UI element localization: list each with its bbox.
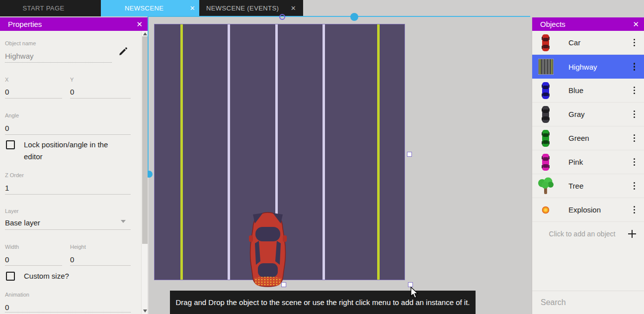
mouse-cursor [410, 287, 419, 299]
car-mirror [249, 235, 253, 242]
tab-newscene[interactable]: NEWSCENE ✕ [101, 0, 199, 16]
width-field[interactable]: 0 [5, 255, 9, 264]
x-field[interactable]: 0 [5, 88, 9, 96]
plus-icon[interactable] [627, 229, 637, 239]
object-menu-button[interactable] [631, 85, 639, 97]
add-object-row[interactable]: Click to add an object [532, 222, 644, 246]
field-underline [70, 98, 131, 99]
edit-pencil-icon[interactable] [118, 46, 128, 56]
object-name-label: Object name [5, 40, 36, 46]
scroll-up-icon[interactable] [143, 32, 147, 35]
field-underline [5, 98, 62, 99]
object-row-gray[interactable]: Gray [532, 103, 644, 126]
object-menu-button[interactable] [631, 108, 639, 120]
scroll-down-icon[interactable] [143, 310, 147, 313]
field-underline [5, 229, 131, 230]
road-lane-line [228, 24, 230, 280]
scene-editor-app: START PAGE NEWSCENE ✕ NEWSCENE (EVENTS) … [0, 0, 644, 314]
close-tab-icon[interactable]: ✕ [291, 4, 296, 12]
green-car-icon [537, 129, 554, 148]
object-label: Blue [568, 86, 583, 95]
road-lane-line [322, 24, 325, 280]
scene-canvas[interactable]: Drag and Drop the object to the scene or… [148, 17, 532, 314]
field-underline [5, 194, 131, 195]
window-border-top [148, 16, 530, 17]
lock-position-label: Lock position/angle in the editor [24, 139, 123, 163]
object-menu-button[interactable] [631, 204, 639, 216]
object-menu-button[interactable] [631, 61, 639, 73]
resize-handle-bottom[interactable] [281, 282, 286, 287]
object-row-pink[interactable]: Pink [532, 150, 644, 174]
objects-panel-header: Objects ✕ [532, 17, 644, 31]
object-label: Green [568, 134, 589, 142]
blue-car-icon [537, 81, 554, 100]
height-field[interactable]: 0 [70, 255, 74, 264]
properties-panel-header: Properties ✕ [0, 17, 148, 31]
add-object-label: Click to add an object [537, 230, 627, 238]
object-menu-button[interactable] [631, 180, 639, 192]
drag-drop-tooltip: Drag and Drop the object to the scene or… [170, 291, 476, 314]
car-instance[interactable] [249, 211, 287, 287]
search-input[interactable] [541, 298, 644, 307]
rotation-handle[interactable] [279, 14, 285, 20]
layer-select[interactable]: Base layer [5, 218, 40, 227]
red-car-icon [537, 33, 554, 52]
tab-label: NEWSCENE (EVENTS) [206, 4, 279, 12]
road-lane-line [180, 24, 183, 280]
y-field[interactable]: 0 [70, 88, 74, 96]
object-row-explosion[interactable]: Explosion [532, 198, 644, 222]
angle-field[interactable]: 0 [5, 124, 9, 132]
tab-label: START PAGE [23, 4, 65, 12]
height-label: Height [70, 244, 86, 250]
properties-panel: Properties ✕ Object name Highway X Y 0 0… [0, 17, 148, 314]
layer-label: Layer [5, 208, 19, 214]
highway-icon [537, 59, 554, 75]
object-label: Tree [568, 182, 583, 190]
width-label: Width [5, 244, 19, 250]
object-label: Pink [568, 158, 583, 166]
object-row-highway[interactable]: Highway [532, 55, 644, 79]
object-menu-button[interactable] [631, 132, 639, 144]
close-icon[interactable]: ✕ [136, 20, 143, 28]
tab-newscene-events[interactable]: NEWSCENE (EVENTS) ✕ [199, 0, 301, 16]
field-underline [5, 265, 62, 266]
animation-label: Animation [5, 292, 29, 298]
tab-label: NEWSCENE [125, 4, 163, 12]
field-underline [5, 62, 112, 63]
road-lane-line [377, 24, 380, 280]
resize-handle-right[interactable] [407, 152, 412, 157]
object-menu-button[interactable] [631, 156, 639, 168]
field-underline [70, 265, 131, 266]
properties-scrollbar[interactable] [141, 31, 148, 314]
lock-position-checkbox[interactable] [6, 140, 15, 149]
z-order-label: Z Order [5, 172, 24, 178]
chevron-down-icon[interactable] [121, 220, 126, 223]
z-order-field[interactable]: 1 [5, 184, 9, 192]
tab-bar: START PAGE NEWSCENE ✕ NEWSCENE (EVENTS) … [0, 0, 644, 16]
angle-label: Angle [5, 112, 19, 118]
tab-start-page[interactable]: START PAGE [0, 0, 87, 16]
objects-panel: Objects ✕ Car [532, 17, 644, 314]
object-row-green[interactable]: Green [532, 126, 644, 150]
car-spoiler-texture [254, 277, 282, 286]
close-icon[interactable]: ✕ [633, 20, 639, 28]
object-label: Car [568, 38, 580, 47]
field-underline [5, 312, 131, 313]
tree-icon [537, 177, 554, 195]
custom-size-label: Custom size? [24, 270, 69, 282]
object-name-field[interactable]: Highway [5, 52, 34, 60]
object-row-car[interactable]: Car [532, 31, 644, 55]
object-search-bar [532, 291, 644, 314]
animation-field[interactable]: 0 [5, 303, 9, 312]
x-label: X [5, 77, 8, 83]
object-row-blue[interactable]: Blue [532, 79, 644, 103]
object-menu-button[interactable] [631, 37, 639, 49]
object-row-tree[interactable]: Tree [532, 174, 644, 198]
scrollbar-thumb[interactable] [142, 36, 148, 244]
window-drag-grip-top[interactable] [350, 13, 358, 21]
panel-title: Properties [8, 20, 42, 28]
custom-size-checkbox[interactable] [6, 272, 15, 281]
object-label: Highway [568, 63, 597, 71]
close-tab-icon[interactable]: ✕ [190, 4, 195, 12]
tooltip-text: Drag and Drop the object to the scene or… [175, 298, 470, 307]
